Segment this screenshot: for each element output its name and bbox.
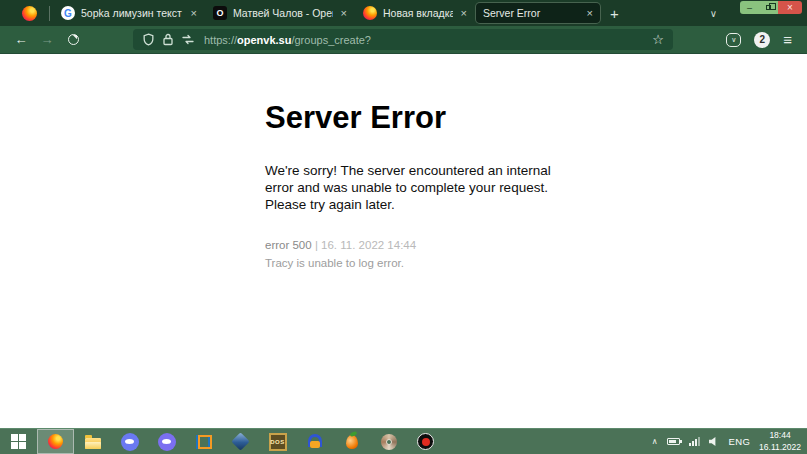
taskbar-recorder-button[interactable] xyxy=(407,429,444,454)
network-signal-icon[interactable] xyxy=(689,437,700,446)
discord-icon xyxy=(158,433,176,451)
tab-title: 5opka лимузин текст - Поиск в xyxy=(81,7,183,19)
url-domain: openvk.su xyxy=(237,34,291,46)
file-explorer-icon xyxy=(85,438,101,449)
tray-expand-chevron-icon[interactable]: ∧ xyxy=(652,437,658,446)
fl-studio-fruit-icon xyxy=(346,435,358,449)
virtualbox-cube-icon xyxy=(231,432,249,450)
taskbar-virtualbox-button[interactable] xyxy=(222,429,259,454)
tab-title: Новая вкладка xyxy=(383,7,453,19)
tab-title: Матвей Чалов - OpenVK xyxy=(233,7,333,19)
error-message: We're sorry! The server encountered an i… xyxy=(265,162,807,213)
headphones-audio-icon xyxy=(306,434,324,449)
cd-disc-icon xyxy=(381,434,397,450)
windows-taskbar: DOS ∧ ENG 18:44 16.11.2022 xyxy=(0,428,807,454)
language-indicator[interactable]: ENG xyxy=(729,436,751,447)
tab-close-icon[interactable]: × xyxy=(341,7,347,19)
google-favicon-icon: G xyxy=(61,6,75,20)
system-tray: ∧ ENG 18:44 16.11.2022 xyxy=(652,430,807,452)
error-meta: error 500 | 16. 11. 2022 14:44 xyxy=(265,239,807,251)
lock-icon[interactable] xyxy=(162,33,174,46)
tab-openvk-profile[interactable]: O Матвей Чалов - OpenVK × xyxy=(206,3,354,23)
taskbar-dosbox-button[interactable]: DOS xyxy=(259,429,296,454)
page-content: Server Error We're sorry! The server enc… xyxy=(0,54,807,428)
dosbox-icon: DOS xyxy=(269,433,287,451)
toolbar-right-group: ∨ 2 ≡ xyxy=(726,31,799,48)
tab-close-icon[interactable]: × xyxy=(461,7,467,19)
tray-date: 16.11.2022 xyxy=(759,442,801,453)
tab-separator xyxy=(49,6,50,21)
firefox-favicon-icon xyxy=(363,6,377,20)
record-button-icon xyxy=(417,433,434,450)
restore-button[interactable] xyxy=(759,1,778,14)
openvk-favicon-icon: O xyxy=(213,6,227,20)
tray-time: 18:44 xyxy=(759,430,801,441)
start-button[interactable] xyxy=(0,429,37,454)
tab-search[interactable]: G 5opka лимузин текст - Поиск в × xyxy=(54,3,204,23)
reload-button[interactable] xyxy=(68,34,79,45)
error-datetime: 16. 11. 2022 14:44 xyxy=(321,239,416,251)
forward-button: → xyxy=(34,32,60,47)
taskbar-vm-app-button[interactable] xyxy=(185,429,222,454)
hamburger-menu-icon[interactable]: ≡ xyxy=(783,31,792,48)
taskbar-discord-button[interactable] xyxy=(111,429,148,454)
taskbar-audio-app-button[interactable] xyxy=(296,429,333,454)
overlapping-squares-app-icon xyxy=(196,434,212,450)
url-path: /groups_create? xyxy=(291,34,371,46)
minimize-button[interactable]: – xyxy=(740,1,759,14)
taskbar-explorer-button[interactable] xyxy=(74,429,111,454)
error-note: Tracy is unable to log error. xyxy=(265,257,807,269)
tab-title: Server Error xyxy=(483,7,579,19)
taskbar-discord-2-button[interactable] xyxy=(148,429,185,454)
desktop-screen: G 5opka лимузин текст - Поиск в × O Матв… xyxy=(0,0,807,454)
taskbar-clock[interactable]: 18:44 16.11.2022 xyxy=(759,430,801,452)
error-code: error 500 xyxy=(265,239,312,251)
browser-tab-bar: G 5opka лимузин текст - Поиск в × O Матв… xyxy=(0,0,807,26)
back-button[interactable]: ← xyxy=(8,32,34,47)
battery-icon[interactable] xyxy=(667,438,680,445)
browser-navigation-bar: ← → https://openvk.su/groups_create? ☆ ∨… xyxy=(0,26,807,54)
error-message-line: We're sorry! The server encountered an i… xyxy=(265,162,807,179)
close-button[interactable]: × xyxy=(778,1,802,14)
discord-icon xyxy=(121,433,139,451)
windows-logo-icon xyxy=(11,434,26,449)
restore-icon xyxy=(766,5,771,10)
url-scheme: https:// xyxy=(204,34,237,46)
error-message-line: error and was unable to complete your re… xyxy=(265,179,807,196)
shield-icon[interactable] xyxy=(142,33,155,46)
taskbar-cd-app-button[interactable] xyxy=(370,429,407,454)
account-avatar[interactable]: 2 xyxy=(754,32,770,48)
firefox-icon xyxy=(48,434,63,449)
list-all-tabs-chevron-icon[interactable]: ∨ xyxy=(710,8,717,19)
tab-close-icon[interactable]: × xyxy=(191,7,197,19)
tab-server-error-active[interactable]: Server Error × xyxy=(476,3,600,23)
new-tab-button[interactable]: + xyxy=(610,5,619,22)
error-message-line: Please try again later. xyxy=(265,196,807,213)
firefox-app-button[interactable] xyxy=(12,0,46,26)
firefox-icon xyxy=(22,6,37,21)
permissions-toggle-icon[interactable] xyxy=(181,34,195,45)
volume-icon[interactable] xyxy=(709,437,720,447)
window-controls: – × xyxy=(740,1,802,14)
meta-separator: | xyxy=(315,239,318,251)
taskbar-firefox-button[interactable] xyxy=(37,429,74,454)
page-title: Server Error xyxy=(265,100,807,136)
address-bar[interactable]: https://openvk.su/groups_create? ☆ xyxy=(133,29,673,50)
url-text[interactable]: https://openvk.su/groups_create? xyxy=(204,34,645,46)
bookmark-star-icon[interactable]: ☆ xyxy=(652,32,664,47)
tab-new-tab[interactable]: Новая вкладка × xyxy=(356,3,474,23)
taskbar-flstudio-button[interactable] xyxy=(333,429,370,454)
tab-close-icon[interactable]: × xyxy=(587,7,593,19)
pocket-icon[interactable]: ∨ xyxy=(726,33,741,47)
